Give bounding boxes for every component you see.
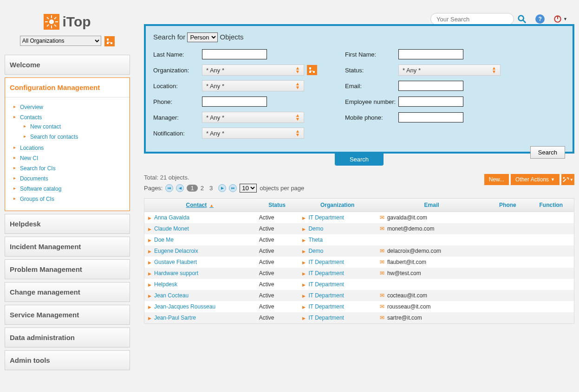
table-row: ▶Claude MonetActive▶Demo✉monet@demo.com [144, 223, 574, 234]
org-link[interactable]: IT Department [308, 259, 344, 265]
nav-header[interactable]: Helpdesk [5, 214, 130, 233]
pager-next-icon[interactable]: ▶ [218, 184, 226, 192]
search-field-select[interactable]: * Any *▲▼ [202, 64, 304, 76]
search-field-select[interactable]: * Any *▲▼ [202, 128, 304, 139]
nav-header[interactable]: Admin tools [5, 351, 130, 370]
column-header[interactable]: Organization [299, 199, 376, 212]
cell-function [528, 279, 574, 290]
search-field-input[interactable] [398, 112, 463, 122]
search-field-input[interactable] [398, 81, 463, 91]
mail-icon[interactable]: ✉ [380, 315, 384, 321]
org-link[interactable]: Demo [308, 248, 323, 254]
search-field-input[interactable] [202, 96, 267, 107]
column-header[interactable]: Email [376, 199, 487, 212]
class-select[interactable]: Person [187, 32, 218, 42]
nav-header[interactable]: Problem Management [5, 260, 130, 279]
org-tree-button[interactable] [104, 36, 115, 46]
org-link[interactable]: IT Department [308, 270, 344, 276]
nav-header[interactable]: Service Management [5, 305, 130, 324]
org-link[interactable]: IT Department [308, 303, 344, 310]
search-field-input[interactable] [202, 49, 267, 59]
help-icon[interactable]: ? [535, 14, 545, 24]
nav-link[interactable]: Contacts [20, 114, 42, 121]
contact-link[interactable]: Jean Cocteau [154, 292, 189, 299]
contact-link[interactable]: Jean-Paul Sartre [154, 315, 196, 321]
nav-header[interactable]: Welcome [5, 55, 130, 74]
nav-link[interactable]: Software catalog [20, 186, 61, 192]
global-search-input[interactable] [430, 13, 514, 25]
nav-header[interactable]: Incident Management [5, 237, 130, 256]
nav-header[interactable]: Change management [5, 283, 130, 302]
nav-header[interactable]: Data administration [5, 328, 130, 347]
pager-last-icon[interactable]: ⏭ [229, 184, 237, 192]
nav-link[interactable]: Locations [20, 145, 44, 151]
nav-section-configuration-management: Configuration ManagementOverviewContacts… [5, 77, 130, 211]
mail-icon[interactable]: ✉ [380, 292, 384, 299]
row-caret-icon: ▶ [148, 305, 151, 309]
org-link[interactable]: IT Department [308, 281, 344, 288]
contact-link[interactable]: Hardware support [154, 270, 198, 276]
mail-icon[interactable]: ✉ [380, 270, 384, 276]
org-link[interactable]: Theta [308, 237, 323, 243]
pager-page[interactable]: 1 [187, 185, 197, 192]
nav-link[interactable]: Search for contacts [30, 134, 78, 140]
search-tab-toggle[interactable]: Search [335, 153, 384, 166]
contact-link[interactable]: Helpdesk [154, 281, 177, 288]
search-field-select[interactable]: * Any *▲▼ [202, 112, 304, 123]
column-header[interactable]: Phone [487, 199, 528, 212]
tools-icon[interactable]: ▼ [561, 174, 574, 185]
mail-icon[interactable]: ✉ [380, 259, 384, 265]
contact-link[interactable]: Doe Me [154, 237, 174, 243]
nav-link[interactable]: Overview [20, 104, 43, 110]
results-table: Contact▲StatusOrganizationEmailPhoneFunc… [144, 198, 574, 324]
pager-page[interactable]: 2 [198, 185, 207, 192]
nav-section-incident-management: Incident Management [5, 237, 130, 257]
search-icon[interactable] [517, 14, 527, 24]
search-field-input[interactable] [398, 96, 463, 107]
nav-link[interactable]: New contact [30, 123, 61, 130]
hierarchy-icon[interactable] [307, 65, 317, 75]
results-total: Total: 21 objects. [144, 174, 304, 181]
pager-first-icon[interactable]: ⏮ [165, 184, 173, 192]
row-caret-icon: ▶ [148, 216, 151, 220]
contact-link[interactable]: Anna Gavalda [154, 214, 189, 221]
nav-header[interactable]: Configuration Management [5, 78, 130, 97]
contact-link[interactable]: Eugene Delacroix [154, 248, 198, 254]
row-caret-icon: ▶ [148, 316, 151, 321]
contact-link[interactable]: Jean-Jacques Rousseau [154, 303, 215, 310]
cell-function [528, 290, 574, 301]
search-panel: Search for Person Objects Last Name:Orga… [144, 24, 574, 154]
org-select[interactable]: All Organizations [20, 36, 101, 46]
column-header[interactable]: Contact▲ [144, 199, 255, 212]
mail-icon[interactable]: ✉ [380, 303, 384, 310]
nav-link[interactable]: Search for CIs [20, 165, 56, 172]
org-link[interactable]: IT Department [308, 315, 344, 321]
other-actions-button[interactable]: Other Actions▼ [511, 174, 559, 185]
org-link[interactable]: IT Department [308, 292, 344, 299]
search-field-select[interactable]: * Any *▲▼ [398, 64, 501, 76]
nav-link[interactable]: New CI [20, 155, 38, 161]
field-label: Manager: [153, 114, 202, 121]
search-field-select[interactable]: * Any *▲▼ [202, 80, 304, 91]
new-button[interactable]: New... [484, 174, 509, 185]
org-link[interactable]: IT Department [308, 214, 344, 221]
table-row: ▶Jean-Paul SartreActive▶IT Department✉sa… [144, 312, 574, 324]
app-logo: iTop [5, 14, 130, 31]
contact-link[interactable]: Claude Monet [154, 225, 189, 232]
pager-page[interactable]: 3 [207, 185, 215, 192]
column-header[interactable]: Status [255, 199, 299, 212]
logout-icon[interactable]: ▼ [553, 14, 567, 24]
mail-icon[interactable]: ✉ [380, 225, 384, 232]
nav-link[interactable]: Groups of CIs [20, 196, 54, 202]
mail-icon[interactable]: ✉ [380, 214, 384, 221]
org-link[interactable]: Demo [308, 225, 323, 232]
contact-link[interactable]: Gustave Flaubert [154, 259, 197, 265]
column-header[interactable]: Function [528, 199, 574, 212]
mail-icon[interactable]: ✉ [380, 248, 384, 254]
nav-link[interactable]: Documents [20, 175, 48, 182]
pager-prev-icon[interactable]: ◀ [176, 184, 184, 192]
row-caret-icon: ▶ [302, 305, 306, 309]
search-button[interactable]: Search [530, 146, 565, 159]
page-size-select[interactable]: 10 [240, 184, 257, 193]
search-field-input[interactable] [398, 49, 463, 59]
